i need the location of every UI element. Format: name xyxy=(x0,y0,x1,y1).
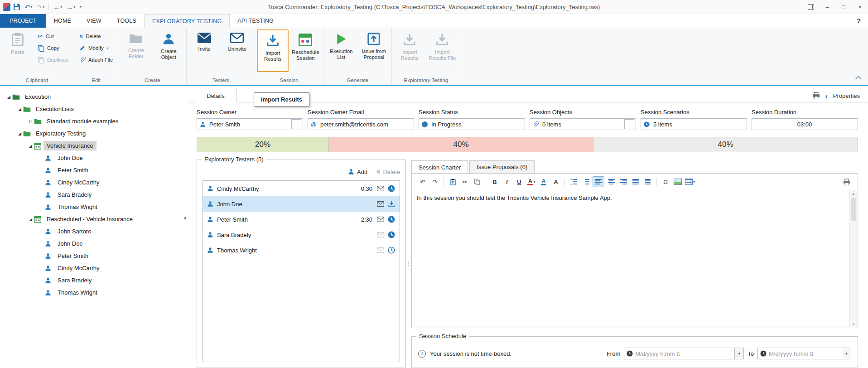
paste-button[interactable]: Paste xyxy=(2,29,34,72)
navigate-forward-button[interactable]: →▾ xyxy=(65,2,77,12)
uninvite-button[interactable]: Uninvite xyxy=(221,29,253,72)
expander-icon[interactable]: ◢ xyxy=(16,131,23,136)
attach-file-button[interactable]: Attach File xyxy=(76,54,116,66)
tester-row[interactable]: Sara Bradely xyxy=(203,227,400,242)
collapse-ribbon-icon[interactable] xyxy=(855,76,862,82)
session-duration-input[interactable]: 03:00 xyxy=(752,118,858,130)
align-left-icon[interactable] xyxy=(593,176,604,187)
mail-icon-muted[interactable] xyxy=(377,232,384,237)
undo-button[interactable]: ↶▾ xyxy=(23,2,34,12)
cut-button[interactable]: ✂Cut xyxy=(34,30,72,42)
save-button[interactable] xyxy=(12,2,22,12)
redo-icon[interactable]: ↷ xyxy=(429,177,440,187)
delete-button[interactable]: ×Delete xyxy=(76,30,116,42)
tree-item-executionlists[interactable]: ◢ExecutionLists xyxy=(0,103,182,115)
tree-item-tester[interactable]: John Doe xyxy=(0,152,182,164)
tab-home[interactable]: HOME xyxy=(46,14,79,28)
tree-item-tester[interactable]: John Sartoro xyxy=(0,225,182,237)
tab-exploratory-testing[interactable]: EXPLORATORY TESTING xyxy=(144,14,230,28)
underline-icon[interactable]: U xyxy=(514,177,525,187)
add-tester-button[interactable]: Add xyxy=(348,169,367,175)
properties-button[interactable]: Properties xyxy=(833,92,860,99)
indent-icon[interactable] xyxy=(642,177,653,187)
paste-icon[interactable] xyxy=(447,177,458,187)
session-owner-email-input[interactable]: @ peter.smith@tricentis.com xyxy=(308,118,414,130)
cut-icon[interactable]: ✂ xyxy=(459,177,470,187)
tab-issue-proposals[interactable]: Issue Proposals (0) xyxy=(469,160,535,173)
charter-scrollbar[interactable]: ▲ ▼ xyxy=(849,190,857,327)
tree-item-tester[interactable]: John Doe xyxy=(0,237,182,250)
font-icon[interactable]: A xyxy=(550,177,561,187)
mail-icon[interactable] xyxy=(377,217,384,222)
tree-item-standard-module-examples[interactable]: ▷Standard module examples xyxy=(0,115,182,127)
tree-item-tester[interactable]: Thomas Wright xyxy=(0,201,182,213)
expander-icon[interactable]: ◢ xyxy=(27,144,34,148)
tab-view[interactable]: VIEW xyxy=(79,14,109,28)
insert-image-icon[interactable] xyxy=(672,177,683,187)
bullet-list-icon[interactable] xyxy=(568,177,579,187)
tree-item-tester[interactable]: Thomas Wright xyxy=(0,286,182,299)
import-results-et-button[interactable]: Import Results xyxy=(394,29,425,72)
import-results-button[interactable]: Import Results xyxy=(257,29,289,72)
issue-from-proposal-button[interactable]: Issue from Proposal xyxy=(358,29,390,72)
from-dropdown-icon[interactable]: ▼ xyxy=(734,348,743,359)
expander-icon[interactable]: ◢ xyxy=(27,217,34,222)
highlight-icon[interactable]: A xyxy=(538,177,549,187)
tester-row-selected[interactable]: John Doe xyxy=(203,196,400,212)
schedule-from-input[interactable]: M/d/yyyy h:mm tt ▼ xyxy=(624,348,744,359)
font-color-icon[interactable]: A▾ xyxy=(526,177,537,187)
insert-table-icon[interactable]: ▾ xyxy=(685,177,695,187)
tab-session-charter[interactable]: Session Charter xyxy=(411,160,468,174)
tree-item-tester[interactable]: Sara Bradely xyxy=(0,274,182,286)
browse-owner-button[interactable]: ... xyxy=(291,119,301,129)
align-justify-icon[interactable] xyxy=(630,177,641,187)
splitter-collapse-icon[interactable]: ◄ xyxy=(183,216,187,220)
help-button[interactable]: ? xyxy=(849,14,868,28)
session-scenarios-input[interactable]: 5 items xyxy=(641,118,747,130)
print-icon[interactable] xyxy=(812,92,820,99)
tree-item-tester[interactable]: Cindy McCarthy xyxy=(0,176,182,189)
customize-toolbar-button[interactable]: ▾ xyxy=(78,2,83,12)
scroll-down-icon[interactable]: ▼ xyxy=(852,321,855,327)
invite-button[interactable]: Invite xyxy=(188,29,220,72)
tree-item-execution[interactable]: ◢Execution xyxy=(0,91,182,103)
print-icon[interactable] xyxy=(841,177,852,187)
numbered-list-icon[interactable] xyxy=(580,177,591,187)
charter-text[interactable]: In this session you should test the Tric… xyxy=(412,190,858,328)
session-objects-input[interactable]: 0 items ... xyxy=(530,118,636,130)
panel-splitter-handle[interactable]: ⋮ xyxy=(406,160,411,368)
tester-row[interactable]: Peter Smith 2:30 xyxy=(203,212,400,227)
layout-button[interactable] xyxy=(803,0,819,14)
execution-list-button[interactable]: Execution List xyxy=(325,29,357,72)
align-center-icon[interactable] xyxy=(606,177,617,187)
tree-item-exploratory-testing[interactable]: ◢Exploratory Testing xyxy=(0,127,182,140)
align-right-icon[interactable] xyxy=(618,177,629,187)
create-object-button[interactable]: Create Object xyxy=(153,29,184,72)
expander-icon[interactable]: ◢ xyxy=(5,95,12,99)
tab-project[interactable]: PROJECT xyxy=(0,14,46,28)
modify-button[interactable]: Modify▾ xyxy=(76,42,116,54)
import-results-file-button[interactable]: Import Results File xyxy=(426,29,458,72)
italic-icon[interactable]: I xyxy=(502,177,512,187)
tab-api-testing[interactable]: API TESTING xyxy=(230,14,281,28)
to-dropdown-icon[interactable]: ▼ xyxy=(842,348,851,359)
session-status-input[interactable]: In Progress xyxy=(419,118,525,130)
tree-item-rescheduled-vehicle-insurance[interactable]: ◢Rescheduled - Vehicle Insurance xyxy=(0,213,182,225)
mail-icon[interactable] xyxy=(377,186,384,191)
redo-button[interactable]: ↷▾ xyxy=(35,2,46,12)
delete-tester-button[interactable]: ×Delete xyxy=(376,168,400,175)
tree-item-tester[interactable]: Sara Bradely xyxy=(0,189,182,201)
copy-icon[interactable] xyxy=(472,177,482,187)
mail-icon-muted[interactable] xyxy=(377,247,384,253)
mail-icon[interactable] xyxy=(377,201,384,207)
tree-splitter[interactable]: ◄ xyxy=(182,86,188,368)
reschedule-session-button[interactable]: Reschedule Session xyxy=(289,29,321,72)
maximize-button[interactable]: □ xyxy=(835,0,852,14)
close-button[interactable]: × xyxy=(852,0,868,14)
scrollbar-thumb[interactable] xyxy=(851,198,856,221)
navigate-back-button[interactable]: ←▾ xyxy=(52,2,63,12)
tree-item-tester[interactable]: Cindy McCarthy xyxy=(0,262,182,274)
tree-item-tester[interactable]: Peter Smith xyxy=(0,164,182,176)
tester-row[interactable]: Cindy McCarthy 0:30 xyxy=(203,181,400,196)
browse-objects-button[interactable]: ... xyxy=(624,119,634,129)
